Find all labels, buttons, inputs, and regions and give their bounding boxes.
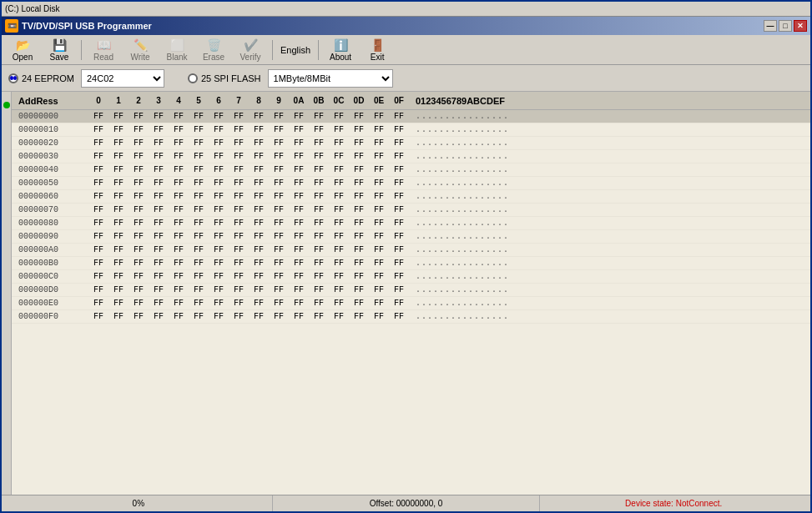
byte-cell[interactable]: FF (169, 299, 189, 308)
byte-cell[interactable]: FF (329, 205, 349, 214)
byte-cell[interactable]: FF (88, 152, 108, 161)
byte-cell[interactable]: FF (189, 232, 209, 241)
byte-cell[interactable]: FF (129, 152, 149, 161)
byte-cell[interactable]: FF (389, 285, 409, 294)
byte-cell[interactable]: FF (209, 192, 229, 201)
byte-cell[interactable]: FF (229, 152, 249, 161)
byte-cell[interactable]: FF (269, 125, 289, 134)
byte-cell[interactable]: FF (88, 272, 108, 281)
byte-cell[interactable]: FF (129, 299, 149, 308)
byte-cell[interactable]: FF (369, 232, 389, 241)
byte-cell[interactable]: FF (209, 312, 229, 321)
byte-cell[interactable]: FF (229, 125, 249, 134)
byte-cell[interactable]: FF (229, 179, 249, 188)
byte-cell[interactable]: FF (149, 285, 169, 294)
write-button[interactable]: ✏️ Write (123, 38, 158, 63)
byte-cell[interactable]: FF (309, 219, 329, 228)
byte-cell[interactable]: FF (389, 192, 409, 201)
byte-cell[interactable]: FF (289, 125, 309, 134)
byte-cell[interactable]: FF (289, 165, 309, 174)
byte-cell[interactable]: FF (129, 179, 149, 188)
byte-cell[interactable]: FF (129, 312, 149, 321)
byte-cell[interactable]: FF (189, 138, 209, 148)
byte-cell[interactable]: FF (269, 299, 289, 308)
byte-cell[interactable]: FF (289, 232, 309, 241)
byte-cell[interactable]: FF (349, 299, 369, 308)
byte-cell[interactable]: FF (369, 312, 389, 321)
byte-cell[interactable]: FF (169, 272, 189, 281)
byte-cell[interactable]: FF (329, 299, 349, 308)
table-row[interactable]: 000000E0FFFFFFFFFFFFFFFFFFFFFFFFFFFFFFFF… (12, 297, 810, 310)
byte-cell[interactable]: FF (229, 312, 249, 321)
byte-cell[interactable]: FF (88, 285, 108, 294)
byte-cell[interactable]: FF (108, 138, 129, 148)
byte-cell[interactable]: FF (169, 192, 189, 201)
byte-cell[interactable]: FF (88, 259, 108, 268)
byte-cell[interactable]: FF (369, 285, 389, 294)
byte-cell[interactable]: FF (108, 165, 129, 174)
byte-cell[interactable]: FF (149, 272, 169, 281)
byte-cell[interactable]: FF (169, 285, 189, 294)
byte-cell[interactable]: FF (289, 138, 309, 148)
byte-cell[interactable]: FF (269, 272, 289, 281)
byte-cell[interactable]: FF (369, 152, 389, 161)
byte-cell[interactable]: FF (209, 179, 229, 188)
byte-cell[interactable]: FF (149, 312, 169, 321)
byte-cell[interactable]: FF (88, 205, 108, 214)
byte-cell[interactable]: FF (189, 165, 209, 174)
byte-cell[interactable]: FF (309, 179, 329, 188)
byte-cell[interactable]: FF (108, 179, 129, 188)
byte-cell[interactable]: FF (149, 299, 169, 308)
byte-cell[interactable]: FF (269, 219, 289, 228)
byte-cell[interactable]: FF (349, 152, 369, 161)
byte-cell[interactable]: FF (229, 272, 249, 281)
byte-cell[interactable]: FF (269, 165, 289, 174)
byte-cell[interactable]: FF (329, 232, 349, 241)
byte-cell[interactable]: FF (389, 299, 409, 308)
byte-cell[interactable]: FF (249, 299, 269, 308)
byte-cell[interactable]: FF (269, 245, 289, 254)
table-row[interactable]: 000000F0FFFFFFFFFFFFFFFFFFFFFFFFFFFFFFFF… (12, 310, 810, 324)
byte-cell[interactable]: FF (349, 112, 369, 121)
byte-cell[interactable]: FF (108, 259, 129, 268)
byte-cell[interactable]: FF (169, 138, 189, 148)
verify-button[interactable]: ✔️ Verify (233, 38, 268, 63)
byte-cell[interactable]: FF (289, 112, 309, 121)
byte-cell[interactable]: FF (88, 165, 108, 174)
byte-cell[interactable]: FF (169, 165, 189, 174)
byte-cell[interactable]: FF (249, 259, 269, 268)
eeprom-radio[interactable] (8, 73, 18, 83)
byte-cell[interactable]: FF (369, 138, 389, 148)
byte-cell[interactable]: FF (349, 232, 369, 241)
byte-cell[interactable]: FF (389, 125, 409, 134)
byte-cell[interactable]: FF (88, 125, 108, 134)
byte-cell[interactable]: FF (349, 272, 369, 281)
byte-cell[interactable]: FF (309, 192, 329, 201)
byte-cell[interactable]: FF (349, 285, 369, 294)
byte-cell[interactable]: FF (129, 219, 149, 228)
table-row[interactable]: 00000000FFFFFFFFFFFFFFFFFFFFFFFFFFFFFFFF… (12, 110, 810, 123)
byte-cell[interactable]: FF (289, 219, 309, 228)
open-button[interactable]: 📂 Open (5, 38, 40, 63)
byte-cell[interactable]: FF (249, 219, 269, 228)
byte-cell[interactable]: FF (309, 125, 329, 134)
byte-cell[interactable]: FF (329, 179, 349, 188)
byte-cell[interactable]: FF (129, 165, 149, 174)
byte-cell[interactable]: FF (249, 192, 269, 201)
table-row[interactable]: 000000A0FFFFFFFFFFFFFFFFFFFFFFFFFFFFFFFF… (12, 244, 810, 257)
byte-cell[interactable]: FF (329, 112, 349, 121)
byte-cell[interactable]: FF (369, 125, 389, 134)
byte-cell[interactable]: FF (149, 179, 169, 188)
byte-cell[interactable]: FF (129, 285, 149, 294)
byte-cell[interactable]: FF (229, 285, 249, 294)
table-row[interactable]: 00000050FFFFFFFFFFFFFFFFFFFFFFFFFFFFFFFF… (12, 177, 810, 190)
byte-cell[interactable]: FF (369, 165, 389, 174)
byte-cell[interactable]: FF (108, 152, 129, 161)
byte-cell[interactable]: FF (108, 205, 129, 214)
byte-cell[interactable]: FF (249, 272, 269, 281)
table-row[interactable]: 000000C0FFFFFFFFFFFFFFFFFFFFFFFFFFFFFFFF… (12, 270, 810, 284)
table-row[interactable]: 00000070FFFFFFFFFFFFFFFFFFFFFFFFFFFFFFFF… (12, 204, 810, 217)
byte-cell[interactable]: FF (349, 192, 369, 201)
byte-cell[interactable]: FF (129, 112, 149, 121)
byte-cell[interactable]: FF (249, 165, 269, 174)
